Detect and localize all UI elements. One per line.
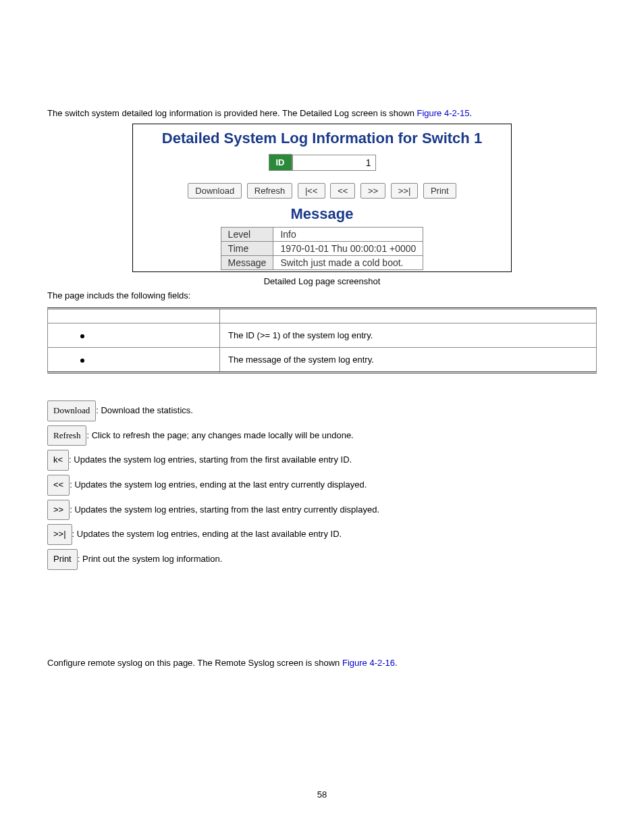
figure-link-16[interactable]: Figure 4-2-16 <box>342 658 395 668</box>
message-table: Level Info Time 1970-01-01 Thu 00:00:01 … <box>221 227 424 270</box>
fields-row-desc: The message of the system log entry. <box>220 348 597 373</box>
refresh-desc: : Click to refresh the page; any changes… <box>86 429 353 440</box>
button-descriptions: Download: Download the statistics. Refre… <box>47 400 597 570</box>
detailed-log-screenshot: Detailed System Log Information for Swit… <box>132 124 512 272</box>
level-label: Level <box>221 228 273 242</box>
fields-intro: The page includs the following fields: <box>47 290 597 301</box>
remote-text-after: . <box>395 658 398 668</box>
fields-header-obj <box>48 309 220 323</box>
first-button-img[interactable]: k< <box>47 450 69 471</box>
id-input[interactable]: 1 <box>292 155 376 171</box>
figure-link-15[interactable]: Figure 4-2-15 <box>417 108 470 118</box>
refresh-button-img[interactable]: Refresh <box>47 425 86 446</box>
page-number: 58 <box>47 789 597 800</box>
message-value: Switch just made a cold boot. <box>273 256 423 270</box>
prev-desc: : Updates the system log entries, ending… <box>70 479 367 490</box>
next-button-img[interactable]: >> <box>47 500 70 521</box>
message-label: Message <box>221 256 273 270</box>
fields-row-obj <box>48 323 220 348</box>
remote-text-before: Configure remote syslog on this page. Th… <box>47 658 342 668</box>
fields-header-desc <box>220 309 597 323</box>
print-button-img[interactable]: Print <box>47 549 78 570</box>
print-desc: : Print out the system log information. <box>78 554 223 564</box>
level-value: Info <box>273 228 423 242</box>
download-desc: : Download the statistics. <box>96 405 193 415</box>
last-desc: : Updates the system log entries, ending… <box>72 529 342 539</box>
download-button[interactable]: Download <box>188 183 242 199</box>
remote-paragraph: Configure remote syslog on this page. Th… <box>47 658 597 668</box>
refresh-button[interactable]: Refresh <box>247 183 293 199</box>
prev-button-img[interactable]: << <box>47 475 70 496</box>
fields-table: The ID (>= 1) of the system log entry. T… <box>47 307 597 373</box>
bullet-icon <box>80 359 84 363</box>
next-button[interactable]: >> <box>360 183 385 199</box>
button-row: Download Refresh |<< << >> >>| Print <box>133 183 511 199</box>
bullet-icon <box>80 334 84 338</box>
print-button[interactable]: Print <box>423 183 456 199</box>
figure-caption: Detailed Log page screenshot <box>47 276 597 286</box>
prev-button[interactable]: << <box>330 183 355 199</box>
id-row: ID1 <box>133 154 511 171</box>
fields-row-obj <box>48 348 220 373</box>
time-value: 1970-01-01 Thu 00:00:01 +0000 <box>273 242 423 256</box>
next-desc: : Updates the system log entries, starti… <box>70 504 379 515</box>
first-desc: : Updates the system log entries, starti… <box>69 454 352 465</box>
screenshot-title: Detailed System Log Information for Swit… <box>133 130 511 147</box>
last-button-img[interactable]: >>| <box>47 524 72 545</box>
intro-paragraph: The switch system detailed log informati… <box>47 108 597 118</box>
intro-text-after: . <box>470 108 473 118</box>
id-label: ID <box>269 154 292 171</box>
time-label: Time <box>221 242 273 256</box>
download-button-img[interactable]: Download <box>47 400 96 421</box>
message-title: Message <box>133 205 511 223</box>
fields-row-desc: The ID (>= 1) of the system log entry. <box>220 323 597 348</box>
intro-text-before: The switch system detailed log informati… <box>47 108 417 118</box>
last-button[interactable]: >>| <box>391 183 419 199</box>
first-button[interactable]: |<< <box>298 183 325 199</box>
